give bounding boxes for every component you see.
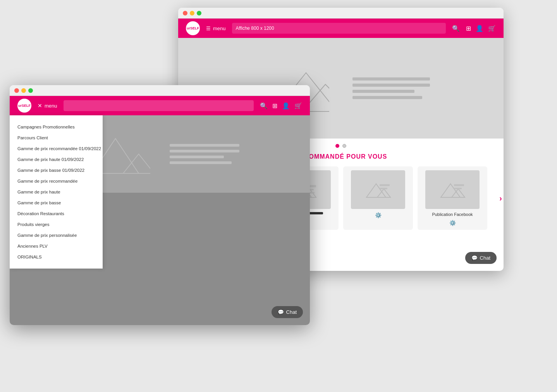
hamburger-icon: ☰ — [206, 26, 211, 31]
hero-line-3 — [352, 90, 414, 93]
back-nav-icons: ⊞ 👤 🛒 — [466, 25, 496, 32]
front-menu-overlay: Campagnes Promotionnelles Parcours Clien… — [10, 115, 103, 269]
back-window-titlebar — [178, 8, 504, 19]
maximize-dot[interactable] — [197, 11, 201, 15]
menu-item-anciennes[interactable]: Anciennes PLV — [10, 241, 103, 252]
product-4-settings-icon: ⚙️ — [449, 220, 456, 226]
minimize-dot[interactable] — [190, 11, 194, 15]
back-page-title: Affiche 800 x 1200 — [232, 23, 446, 34]
product-4-image — [425, 170, 480, 209]
menu-item-gamme-perso[interactable]: Gamme de prix personnalisée — [10, 230, 103, 241]
svg-rect-12 — [380, 188, 387, 189]
menu-item-gamme-haute-01[interactable]: Gamme de prix haute 01/09/2022 — [10, 154, 103, 165]
product-card-4[interactable]: Publication Facebook ⚙️ — [418, 166, 487, 230]
back-navbar: urSELF ☰ menu Affiche 800 x 1200 🔍 ⊞ 👤 🛒 — [178, 19, 504, 38]
svg-marker-14 — [452, 189, 465, 197]
product-card-3[interactable]: ⚙️ — [343, 166, 413, 230]
back-chat-label: Chat — [480, 255, 490, 261]
menu-item-produits-vierges[interactable]: Produits vierges — [10, 219, 103, 230]
menu-item-parcours[interactable]: Parcours Client — [10, 132, 103, 143]
front-cart-icon[interactable]: 🛒 — [294, 102, 302, 110]
cart-icon[interactable]: 🛒 — [488, 25, 496, 32]
front-navbar: urSELF ✕ menu 🔍 ⊞ 👤 🛒 — [10, 96, 310, 115]
front-content-area: Campagnes Promotionnelles Parcours Clien… — [10, 115, 310, 325]
product-3-settings-icon: ⚙️ — [375, 212, 382, 218]
svg-rect-11 — [380, 184, 390, 186]
back-menu-button[interactable]: ☰ menu — [206, 26, 226, 31]
svg-rect-16 — [454, 188, 462, 189]
front-chat-icon: 💬 — [278, 309, 284, 315]
front-window-titlebar — [10, 85, 310, 96]
front-menu-button[interactable]: ✕ menu — [38, 103, 57, 109]
front-chat-label: Chat — [286, 309, 297, 315]
close-dot[interactable] — [183, 11, 187, 15]
menu-item-gamme-basse-01[interactable]: Gamme de prix basse 01/09/2022 — [10, 165, 103, 176]
menu-item-decoration[interactable]: Décoration Restaurants — [10, 208, 103, 219]
hero-line-1 — [352, 77, 430, 80]
dot-active[interactable] — [335, 144, 339, 148]
menu-item-originals[interactable]: ORIGINALS — [10, 252, 103, 262]
front-grid-icon[interactable]: ⊞ — [272, 102, 277, 110]
user-icon[interactable]: 👤 — [476, 25, 483, 32]
svg-rect-15 — [454, 184, 464, 186]
back-chat-button[interactable]: 💬 Chat — [465, 252, 497, 264]
close-menu-icon: ✕ — [38, 103, 42, 109]
front-nav-icons: 🔍 ⊞ 👤 🛒 — [260, 102, 302, 110]
front-chat-button[interactable]: 💬 Chat — [272, 306, 303, 318]
back-logo[interactable]: urSELF — [186, 21, 200, 35]
front-window: urSELF ✕ menu 🔍 ⊞ 👤 🛒 — [10, 85, 310, 325]
products-chevron-right[interactable]: › — [499, 194, 502, 203]
product-3-icons: ⚙️ — [375, 212, 382, 218]
front-menu-label: menu — [45, 103, 57, 109]
front-user-icon[interactable]: 👤 — [282, 102, 290, 110]
front-search-bar[interactable] — [64, 100, 254, 111]
menu-item-gamme-recommandee[interactable]: Gamme de prix recommandée — [10, 176, 103, 187]
back-hero-text — [352, 77, 430, 99]
hero-line-2 — [352, 84, 430, 87]
product-4-icons: ⚙️ — [449, 220, 456, 226]
menu-item-gamme-haute[interactable]: Gamme de prix haute — [10, 187, 103, 197]
front-logo[interactable]: urSELF — [17, 99, 31, 113]
menu-item-gamme-basse[interactable]: Gamme de prix basse — [10, 197, 103, 208]
menu-item-campagnes[interactable]: Campagnes Promotionnelles — [10, 122, 103, 132]
back-chat-icon: 💬 — [471, 255, 478, 261]
front-minimize-dot[interactable] — [21, 88, 26, 93]
dot-inactive[interactable] — [342, 144, 346, 148]
hero-line-4 — [352, 96, 422, 99]
menu-item-gamme-recommandee-01[interactable]: Gamme de prix recommandée 01/09/2022 — [10, 143, 103, 154]
back-title-text: Affiche 800 x 1200 — [236, 26, 274, 31]
back-menu-label: menu — [213, 26, 226, 31]
front-maximize-dot[interactable] — [28, 88, 33, 93]
back-search-icon[interactable]: 🔍 — [452, 25, 460, 32]
grid-icon[interactable]: ⊞ — [466, 25, 471, 32]
front-search-icon[interactable]: 🔍 — [260, 102, 268, 110]
product-4-title: Publication Facebook — [432, 212, 473, 217]
product-3-image — [351, 170, 405, 209]
svg-marker-10 — [377, 189, 390, 197]
front-close-dot[interactable] — [14, 88, 19, 93]
